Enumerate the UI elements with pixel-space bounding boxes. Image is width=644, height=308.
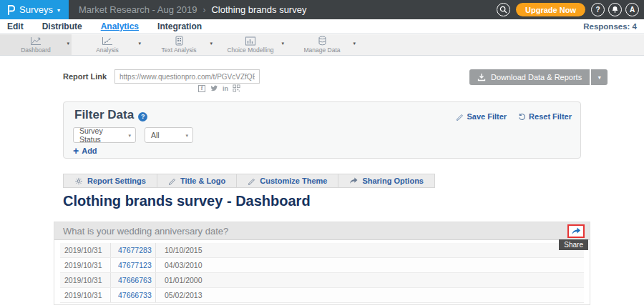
toolbar-item-analysis[interactable]: Analysis ▾ (72, 34, 143, 55)
chevron-down-icon[interactable]: ▾ (210, 41, 213, 46)
help-button[interactable]: ? (591, 3, 605, 16)
notifications-button[interactable] (608, 3, 622, 16)
response-id-link[interactable]: 47677123 (110, 258, 156, 272)
response-id-link[interactable]: 47666733 (110, 288, 156, 302)
share-arrow-icon (349, 177, 358, 184)
toolbar-label: Analysis (96, 46, 119, 54)
main-nav: Edit Distribute Analytics Integration Re… (0, 19, 644, 34)
filter-title-text: Filter Data (74, 108, 134, 122)
download-label: Download Data & Reports (491, 73, 582, 81)
tab-title-logo[interactable]: Title & Logo (157, 174, 237, 188)
tab-label: Report Settings (87, 177, 146, 185)
toolbar-label: Text Analysis (161, 46, 196, 54)
response-id-link[interactable]: 47677283 (110, 243, 156, 257)
download-icon (477, 73, 486, 81)
breadcrumb-current: Clothing brands survey (211, 4, 306, 15)
report-link-input[interactable] (114, 69, 260, 84)
filter-selects: Survey Status ▾ All ▾ (73, 127, 193, 143)
save-filter-label: Save Filter (467, 112, 507, 121)
facebook-icon[interactable]: f (198, 85, 205, 92)
toolbar-item-text-analysis[interactable]: Text Analysis ▾ (143, 34, 215, 55)
answer-cell: 10/10/2015 (156, 243, 203, 257)
product-label: Surveys (19, 4, 53, 15)
add-filter-button[interactable]: + Add (73, 146, 97, 156)
download-data-reports-button[interactable]: Download Data & Reports (469, 69, 590, 85)
filter-field-select[interactable]: Survey Status ▾ (73, 127, 136, 143)
toolbar-item-choice-modelling[interactable]: Choice Modelling ▾ (215, 34, 286, 55)
responses-count: Responses: 4 (583, 22, 637, 31)
edit-icon (248, 177, 255, 185)
reset-filter-button[interactable]: Reset Filter (518, 112, 572, 121)
response-id-link[interactable]: 47666763 (110, 273, 156, 287)
edit-icon (456, 113, 464, 121)
product-switcher[interactable]: Surveys ▾ (0, 0, 69, 19)
answer-cell: 05/02/2013 (156, 288, 203, 302)
toolbar-label: Manage Data (303, 46, 340, 54)
tab-sharing-options[interactable]: Sharing Options (338, 174, 435, 188)
question-title: What is your wedding anniversary date? (63, 226, 228, 237)
edit-icon (168, 177, 176, 185)
scatter-chart-icon (102, 36, 113, 46)
download-options-caret-button[interactable]: ▾ (591, 69, 608, 85)
filter-help-icon[interactable]: ? (138, 112, 147, 121)
filter-actions: Save Filter Reset Filter (456, 112, 572, 121)
questionpro-logo-icon (6, 4, 15, 15)
toolbar-item-dashboard[interactable]: Dashboard ▾ (0, 34, 72, 55)
plus-icon: + (73, 146, 79, 156)
linkedin-icon[interactable]: in (223, 85, 228, 92)
top-header: Surveys ▾ Market Research - Aug 2019 › C… (0, 0, 644, 19)
social-share-row: f in (198, 84, 240, 92)
twitter-icon[interactable] (210, 84, 218, 92)
toolbar-item-manage-data[interactable]: Manage Data ▾ (286, 34, 358, 55)
avatar[interactable]: A (625, 3, 639, 16)
upgrade-now-button[interactable]: Upgrade Now (516, 3, 585, 16)
share-button[interactable] (567, 224, 585, 238)
responses-table: 2019/10/31 47677283 10/10/2015 2019/10/3… (60, 243, 584, 303)
analytics-toolbar: Dashboard ▾ Analysis ▾ Text Analysis ▾ C… (0, 34, 644, 56)
document-grid-icon (175, 36, 184, 46)
response-date-cell: 2019/10/31 (60, 273, 110, 287)
search-button[interactable] (497, 3, 510, 16)
qr-embed-icon[interactable] (233, 84, 240, 92)
filter-value-value: All (151, 131, 160, 139)
question-panel: What is your wedding anniversary date? S… (54, 222, 590, 305)
tab-customize-theme[interactable]: Customize Theme (236, 174, 338, 188)
tab-label: Sharing Options (362, 177, 424, 185)
chevron-down-icon[interactable]: ▾ (281, 41, 284, 46)
response-date-cell: 2019/10/31 (60, 243, 110, 257)
chevron-down-icon[interactable]: ▾ (353, 41, 356, 46)
reset-icon (518, 113, 526, 121)
table-row: 2019/10/31 47677283 10/10/2015 (60, 243, 584, 258)
nav-item-analytics[interactable]: Analytics (101, 21, 139, 31)
table-row: 2019/10/31 47666763 01/01/2000 (60, 273, 584, 288)
share-wrap: Share (567, 224, 585, 238)
save-filter-button[interactable]: Save Filter (456, 112, 507, 121)
nav-item-edit[interactable]: Edit (7, 21, 24, 31)
page-title: Clothing brands survey - Dashboard (63, 193, 311, 209)
table-row: 2019/10/31 47677123 04/03/2010 (60, 258, 584, 273)
bell-icon (611, 6, 619, 14)
chevron-down-icon: ▾ (128, 133, 131, 139)
breadcrumb-separator: › (203, 5, 205, 15)
chevron-down-icon: ▾ (57, 6, 60, 14)
report-link-label: Report Link (63, 72, 107, 81)
filter-data-title: Filter Data ? (74, 108, 147, 122)
chevron-down-icon[interactable]: ▾ (67, 41, 69, 46)
table-row: 2019/10/31 47666733 05/02/2013 (60, 288, 584, 303)
chevron-down-icon[interactable]: ▾ (138, 41, 141, 46)
breadcrumb-parent[interactable]: Market Research - Aug 2019 (79, 4, 197, 15)
nav-item-distribute[interactable]: Distribute (42, 21, 82, 31)
filter-value-select[interactable]: All ▾ (145, 127, 193, 143)
nav-item-integration[interactable]: Integration (157, 21, 202, 31)
chevron-down-icon: ▾ (185, 133, 188, 139)
search-icon (499, 6, 507, 14)
share-arrow-icon (571, 227, 581, 235)
app-root: Surveys ▾ Market Research - Aug 2019 › C… (0, 0, 644, 308)
tab-report-settings[interactable]: Report Settings (63, 174, 157, 188)
line-chart-icon (30, 36, 42, 46)
gears-icon (74, 177, 83, 185)
filter-field-value: Survey Status (79, 126, 122, 144)
add-filter-label: Add (82, 146, 97, 155)
share-tooltip: Share (559, 239, 588, 250)
tab-label: Customize Theme (260, 177, 327, 185)
